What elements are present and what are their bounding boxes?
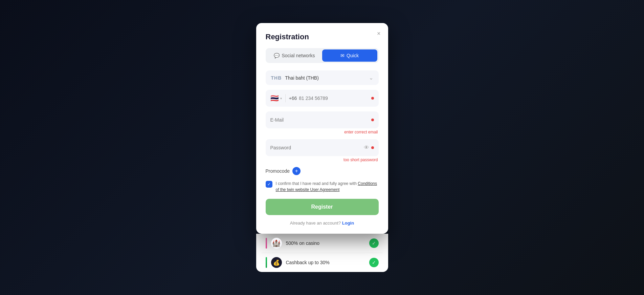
agreement-checkbox[interactable]: ✓ bbox=[266, 181, 272, 188]
currency-left: THB Thai baht (THB) bbox=[271, 75, 319, 81]
flag-selector[interactable]: 🇹🇭 ▾ bbox=[270, 94, 286, 102]
email-error: enter correct email bbox=[266, 130, 379, 134]
phone-input[interactable] bbox=[299, 96, 371, 101]
tab-quick[interactable]: ✉ Quick bbox=[322, 49, 377, 62]
login-row: Already have an account? Login bbox=[266, 220, 379, 226]
currency-code: THB bbox=[271, 75, 282, 81]
phone-row: 🇹🇭 ▾ +66 bbox=[266, 90, 379, 107]
email-icon: ✉ bbox=[340, 53, 345, 58]
tab-quick-label: Quick bbox=[347, 53, 359, 58]
country-flag: 🇹🇭 bbox=[270, 94, 279, 102]
promo-bar: 🏰 500% on casino ✓ 💰 Cashback up to 30% … bbox=[256, 234, 388, 272]
social-icon: 💬 bbox=[274, 53, 280, 58]
promocode-row: Promocode + bbox=[266, 167, 379, 175]
casino-icon: 🏰 bbox=[271, 238, 282, 249]
login-link[interactable]: Login bbox=[342, 220, 354, 226]
promo-item-cashback: 💰 Cashback up to 30% ✓ bbox=[262, 253, 383, 272]
phone-error-dot bbox=[371, 97, 374, 100]
password-error-dot bbox=[371, 146, 374, 149]
email-row bbox=[266, 111, 379, 128]
close-button[interactable]: × bbox=[376, 29, 382, 38]
register-button[interactable]: Register bbox=[266, 199, 379, 215]
casino-check-icon: ✓ bbox=[369, 238, 379, 248]
password-input[interactable] bbox=[270, 145, 364, 150]
agreement-text-before: I confirm that I have read and fully agr… bbox=[276, 181, 358, 186]
cashback-icon: 💰 bbox=[271, 257, 282, 268]
cashback-color-bar bbox=[266, 257, 267, 268]
casino-color-bar bbox=[266, 238, 267, 249]
password-toggle-button[interactable]: 👁 bbox=[364, 145, 369, 151]
currency-selector[interactable]: THB Thai baht (THB) ⌄ bbox=[266, 70, 379, 85]
modal-title: Registration bbox=[266, 33, 379, 41]
promocode-label: Promocode bbox=[266, 168, 290, 174]
promo-item-casino: 🏰 500% on casino ✓ bbox=[262, 234, 383, 253]
email-error-dot bbox=[371, 119, 374, 121]
tab-row: 💬 Social networks ✉ Quick bbox=[266, 48, 379, 63]
promocode-add-button[interactable]: + bbox=[292, 167, 301, 175]
chevron-flag-icon: ▾ bbox=[280, 97, 282, 100]
promo-casino-text: 500% on casino bbox=[286, 240, 365, 246]
currency-name: Thai baht (THB) bbox=[285, 75, 319, 81]
chevron-down-icon: ⌄ bbox=[369, 75, 373, 81]
phone-country-code: +66 bbox=[289, 96, 297, 101]
email-input[interactable] bbox=[270, 117, 371, 123]
modal-wrapper: Registration × 💬 Social networks ✉ Quick… bbox=[256, 23, 388, 272]
login-prompt: Already have an account? bbox=[290, 220, 341, 226]
promo-cashback-text: Cashback up to 30% bbox=[286, 260, 365, 265]
agreement-row: ✓ I confirm that I have read and fully a… bbox=[266, 181, 379, 193]
tab-social[interactable]: 💬 Social networks bbox=[267, 49, 322, 62]
password-error: too short password bbox=[266, 157, 379, 162]
registration-modal: Registration × 💬 Social networks ✉ Quick… bbox=[256, 23, 388, 234]
agreement-text: I confirm that I have read and fully agr… bbox=[276, 181, 379, 193]
tab-social-label: Social networks bbox=[282, 53, 315, 58]
cashback-check-icon: ✓ bbox=[369, 258, 379, 267]
password-row: 👁 bbox=[266, 139, 379, 156]
checkmark-icon: ✓ bbox=[267, 182, 271, 187]
